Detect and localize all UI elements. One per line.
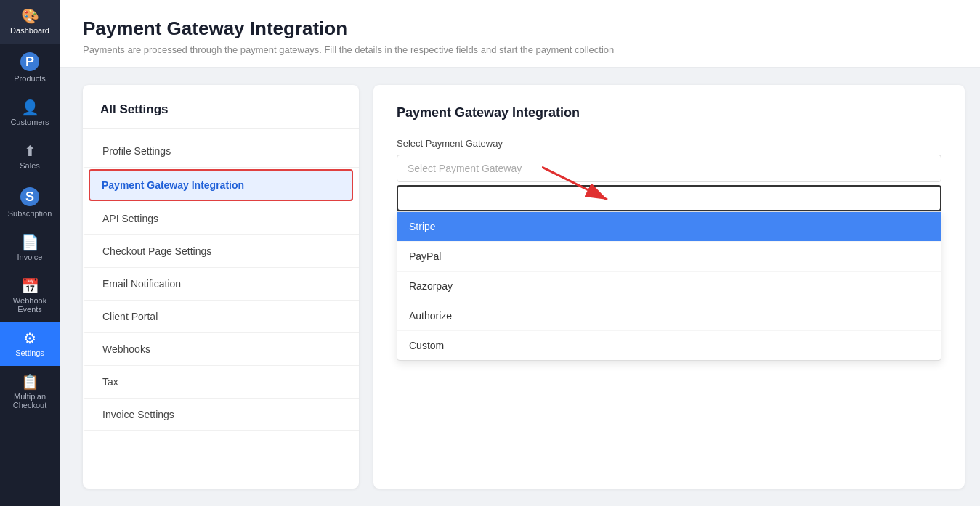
sidebar-item-webhook-events[interactable]: 📅 Webhook Events <box>0 270 60 322</box>
dropdown-scroll: Stripe PayPal Razorpay Authorize Custom <box>397 212 941 360</box>
dashboard-icon: 🎨 <box>21 9 39 23</box>
sidebar-item-subscription[interactable]: S Subscription <box>0 179 60 227</box>
products-icon: P <box>20 52 39 71</box>
sidebar-item-label: Webhook Events <box>3 296 57 314</box>
sidebar-item-multiplan-checkout[interactable]: 📋 Multiplan Checkout <box>0 366 60 418</box>
sidebar-item-label: Settings <box>15 348 44 357</box>
webhook-icon: 📅 <box>21 279 39 293</box>
multiplan-icon: 📋 <box>21 375 39 389</box>
settings-menu-api[interactable]: API Settings <box>83 203 359 235</box>
all-settings-heading: All Settings <box>83 102 359 129</box>
select-gateway-display[interactable]: Select Payment Gateway <box>397 155 941 182</box>
invoice-icon: 📄 <box>21 235 39 250</box>
subscription-icon: S <box>20 187 39 206</box>
sales-icon: ⬆ <box>24 144 36 158</box>
search-input-wrap <box>397 185 941 211</box>
settings-icon: ⚙ <box>23 331 36 346</box>
settings-menu-client-portal[interactable]: Client Portal <box>83 301 359 333</box>
settings-menu-profile[interactable]: Profile Settings <box>83 135 359 168</box>
customers-icon: 👤 <box>21 100 39 115</box>
all-settings-panel: All Settings Profile Settings Payment Ga… <box>83 85 359 489</box>
settings-menu-webhooks[interactable]: Webhooks <box>83 333 359 366</box>
field-label-select-gateway: Select Payment Gateway <box>397 138 941 149</box>
page-subtitle: Payments are processed through the payme… <box>83 44 957 55</box>
sidebar-item-label: Dashboard <box>10 26 49 35</box>
dropdown-item-razorpay[interactable]: Razorpay <box>397 272 941 301</box>
sidebar-item-customers[interactable]: 👤 Customers <box>0 91 60 135</box>
gateway-panel-heading: Payment Gateway Integration <box>397 105 941 121</box>
sidebar-item-label: Multiplan Checkout <box>3 392 57 409</box>
sidebar-item-label: Subscription <box>8 209 52 218</box>
dropdown-list: Stripe PayPal Razorpay Authorize Custom <box>397 211 941 361</box>
sidebar-item-settings[interactable]: ⚙ Settings <box>0 322 60 366</box>
dropdown-item-paypal[interactable]: PayPal <box>397 242 941 272</box>
sidebar-item-sales[interactable]: ⬆ Sales <box>0 135 60 179</box>
gateway-panel: Payment Gateway Integration Select Payme… <box>373 85 965 489</box>
sidebar-item-label: Sales <box>20 161 40 170</box>
sidebar-item-label: Customers <box>10 118 49 126</box>
settings-menu-payment-gateway[interactable]: Payment Gateway Integration <box>89 169 353 201</box>
main-content: Payment Gateway Integration Payments are… <box>60 0 980 506</box>
settings-menu-invoice-settings[interactable]: Invoice Settings <box>83 399 359 431</box>
page-header: Payment Gateway Integration Payments are… <box>60 0 980 68</box>
dropdown-item-stripe[interactable]: Stripe <box>397 212 941 242</box>
settings-menu-checkout[interactable]: Checkout Page Settings <box>83 235 359 268</box>
select-field-wrapper: Select Payment Gateway <box>397 155 941 361</box>
content-area: All Settings Profile Settings Payment Ga… <box>60 68 980 506</box>
sidebar-item-products[interactable]: P Products <box>0 44 60 91</box>
settings-menu-tax[interactable]: Tax <box>83 366 359 399</box>
dropdown-item-custom[interactable]: Custom <box>397 331 941 360</box>
gateway-search-input[interactable] <box>397 185 941 211</box>
settings-menu-email[interactable]: Email Notification <box>83 268 359 301</box>
dropdown-item-authorize[interactable]: Authorize <box>397 301 941 331</box>
page-title: Payment Gateway Integration <box>83 17 957 40</box>
sidebar: 🎨 Dashboard P Products 👤 Customers ⬆ Sal… <box>0 0 60 506</box>
sidebar-item-label: Products <box>14 74 45 83</box>
sidebar-item-dashboard[interactable]: 🎨 Dashboard <box>0 0 60 44</box>
sidebar-item-invoice[interactable]: 📄 Invoice <box>0 227 60 270</box>
sidebar-item-label: Invoice <box>17 253 43 261</box>
